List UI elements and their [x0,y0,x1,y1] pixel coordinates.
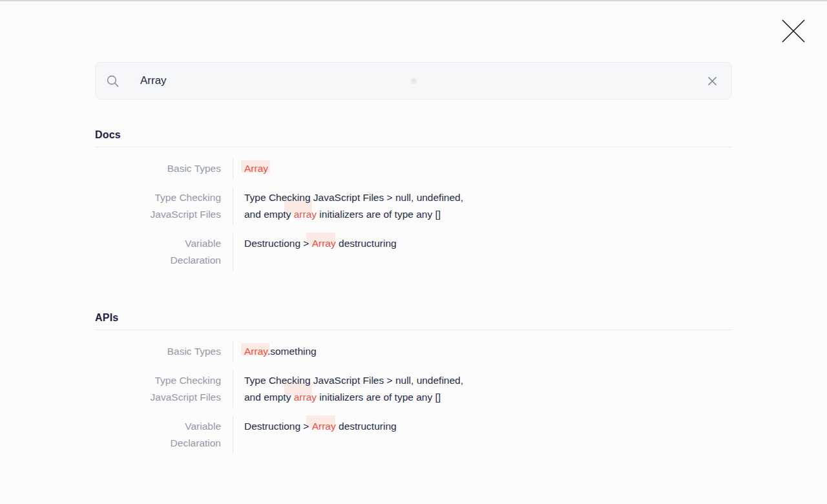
search-match-highlight: Array [244,163,268,174]
results-section: APIs Basic Types Array.something Type Ch… [95,312,732,454]
section-rows: Basic Types Array Type CheckingJavaScrip… [95,158,732,271]
result-label: VariableDeclaration [95,416,221,454]
result-label: Type CheckingJavaScript Files [95,187,221,225]
search-bar [95,62,732,100]
result-row[interactable]: VariableDeclaration Destructiong > Array… [95,416,732,454]
result-row[interactable]: Basic Types Array [95,158,732,179]
section-title: Docs [95,129,732,147]
search-match-highlight: array [294,392,317,403]
close-icon [781,19,806,43]
result-row[interactable]: Type CheckingJavaScript Files Type Check… [95,187,732,225]
result-label: Basic Types [95,341,221,362]
search-match-highlight: array [294,209,317,220]
search-modal: Docs Basic Types Array Type CheckingJava… [95,62,732,454]
result-content: Array.something [233,341,317,362]
result-row[interactable]: Basic Types Array.something [95,341,732,362]
search-match-highlight: Array [312,238,336,249]
result-content: Type Checking JavaScript Files > null, u… [233,187,463,225]
result-label: Type CheckingJavaScript Files [95,370,221,408]
result-label: VariableDeclaration [95,233,221,271]
search-icon [106,74,120,88]
search-match-highlight: Array [312,421,336,432]
result-content: Type Checking JavaScript Files > null, u… [233,370,463,408]
result-row[interactable]: VariableDeclaration Destructiong > Array… [95,233,732,271]
result-content: Destructiong > Array destructuring [233,233,397,271]
clear-search-icon[interactable] [704,73,720,89]
search-input[interactable] [140,74,704,87]
result-label: Basic Types [95,158,221,179]
close-button[interactable] [780,18,806,44]
result-content: Destructiong > Array destructuring [233,416,397,454]
results-section: Docs Basic Types Array Type CheckingJava… [95,129,732,271]
result-content: Array [233,158,268,179]
result-row[interactable]: Type CheckingJavaScript Files Type Check… [95,370,732,408]
cursor-artifact [411,78,417,84]
search-match-highlight: Array [244,346,267,357]
section-title: APIs [95,312,732,330]
section-rows: Basic Types Array.something Type Checkin… [95,341,732,454]
search-results: Docs Basic Types Array Type CheckingJava… [95,129,732,454]
